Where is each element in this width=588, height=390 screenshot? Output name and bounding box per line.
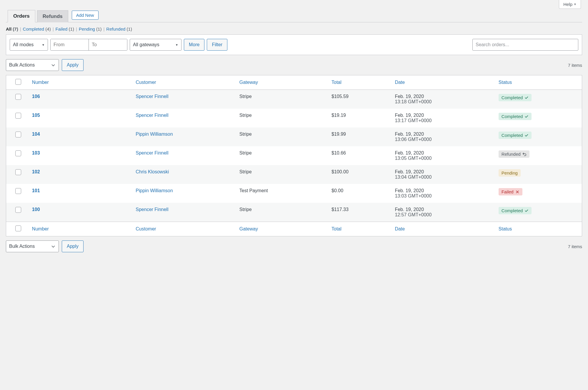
col-footer-number[interactable]: Number — [32, 226, 49, 231]
col-footer-customer[interactable]: Customer — [136, 226, 156, 231]
col-footer-status[interactable]: Status — [499, 226, 512, 231]
row-checkbox[interactable] — [15, 150, 21, 156]
select-all-checkbox-top[interactable] — [15, 79, 21, 85]
status-filter-count: (7) — [13, 26, 18, 31]
table-row: 104Pippin WilliamsonStripe$19.99Feb. 19,… — [6, 127, 582, 146]
status-filter-failed[interactable]: Failed (1) — [56, 26, 74, 31]
table-row: 105Spencer FinnellStripe$19.19Feb. 19, 2… — [6, 109, 582, 127]
check-icon — [524, 209, 529, 213]
modes-select[interactable]: All modes ▼ — [10, 39, 48, 51]
help-label: Help — [563, 2, 572, 7]
date-from-input[interactable] — [51, 39, 89, 50]
apply-button-top[interactable]: Apply — [62, 59, 84, 71]
col-header-number[interactable]: Number — [32, 80, 49, 85]
tab-orders[interactable]: Orders — [8, 10, 35, 22]
status-filter-link[interactable]: Pending — [79, 26, 96, 31]
order-number-link[interactable]: 105 — [32, 113, 40, 118]
filter-bar: All modes ▼ All gateways ▼ More Filter — [6, 34, 582, 55]
status-filter-all[interactable]: All (7) — [6, 26, 18, 31]
date-cell: Feb. 19, 202013:04 GMT+0000 — [392, 165, 495, 184]
date-cell: Feb. 19, 202013:06 GMT+0000 — [392, 127, 495, 146]
filter-button[interactable]: Filter — [207, 39, 227, 51]
gateway-cell: Stripe — [236, 127, 329, 146]
gateway-cell: Stripe — [236, 165, 329, 184]
check-icon — [524, 96, 529, 100]
bulk-actions-select-bottom[interactable]: Bulk Actions — [6, 240, 59, 252]
col-header-date[interactable]: Date — [395, 80, 405, 85]
select-all-checkbox-bottom[interactable] — [15, 225, 21, 231]
status-filter-count: (4) — [45, 26, 51, 31]
status-badge: Failed — [499, 188, 522, 195]
status-filter-count: (1) — [96, 26, 101, 31]
customer-link[interactable]: Spencer Finnell — [136, 207, 168, 212]
row-checkbox[interactable] — [15, 132, 21, 137]
order-number-link[interactable]: 106 — [32, 94, 40, 99]
customer-link[interactable]: Spencer Finnell — [136, 113, 168, 118]
order-number-link[interactable]: 101 — [32, 188, 40, 193]
date-cell: Feb. 19, 202012:57 GMT+0000 — [392, 203, 495, 222]
col-footer-gateway[interactable]: Gateway — [239, 226, 258, 231]
tab-refunds[interactable]: Refunds — [37, 10, 68, 22]
status-filter-link[interactable]: Refunded — [106, 26, 126, 31]
status-filter-link[interactable]: Completed — [23, 26, 46, 31]
col-header-status[interactable]: Status — [499, 80, 512, 85]
search-input[interactable] — [472, 39, 578, 51]
col-header-gateway[interactable]: Gateway — [239, 80, 258, 85]
status-badge: Completed — [499, 113, 532, 120]
customer-link[interactable]: Pippin Williamson — [136, 188, 173, 193]
row-checkbox[interactable] — [15, 113, 21, 119]
status-filter-pending[interactable]: Pending (1) — [79, 26, 102, 31]
row-checkbox[interactable] — [15, 188, 21, 194]
status-filter-link[interactable]: Failed — [56, 26, 69, 31]
col-footer-total[interactable]: Total — [332, 226, 342, 231]
status-badge: Completed — [499, 207, 532, 214]
gateway-cell: Stripe — [236, 109, 329, 127]
apply-button-bottom[interactable]: Apply — [62, 240, 84, 252]
status-badge: Refunded — [499, 150, 529, 158]
bulk-actions-select-top[interactable]: Bulk Actions — [6, 59, 59, 71]
col-header-total[interactable]: Total — [332, 80, 342, 85]
order-number-link[interactable]: 103 — [32, 150, 40, 155]
order-number-link[interactable]: 102 — [32, 169, 40, 174]
customer-link[interactable]: Pippin Williamson — [136, 132, 173, 137]
date-to-input[interactable] — [89, 39, 127, 50]
date-cell: Feb. 19, 202013:03 GMT+0000 — [392, 184, 495, 203]
check-icon — [524, 114, 529, 119]
gateways-select[interactable]: All gateways ▼ — [130, 39, 181, 51]
date-range-group — [50, 39, 127, 51]
table-row: 106Spencer FinnellStripe$105.59Feb. 19, … — [6, 90, 582, 109]
chevron-down-icon: ▼ — [175, 43, 178, 47]
row-checkbox[interactable] — [15, 169, 21, 175]
order-number-link[interactable]: 104 — [32, 132, 40, 137]
chevron-down-icon — [51, 244, 56, 249]
orders-table: Number Customer Gateway Total Date Statu… — [6, 75, 582, 236]
row-checkbox[interactable] — [15, 207, 21, 213]
total-cell: $0.00 — [329, 184, 392, 203]
more-button[interactable]: More — [184, 39, 204, 51]
total-cell: $117.33 — [329, 203, 392, 222]
customer-link[interactable]: Spencer Finnell — [136, 150, 168, 155]
order-number-link[interactable]: 100 — [32, 207, 40, 212]
customer-link[interactable]: Spencer Finnell — [136, 94, 168, 99]
status-filter-completed[interactable]: Completed (4) — [23, 26, 51, 31]
gateway-cell: Stripe — [236, 146, 329, 165]
total-cell: $10.66 — [329, 146, 392, 165]
nav-tabs: Orders Refunds Add New — [6, 10, 582, 22]
chevron-down-icon: ▼ — [42, 43, 45, 47]
status-filter-count: (1) — [69, 26, 74, 31]
status-filter-link[interactable]: All — [6, 26, 13, 31]
status-filter-refunded[interactable]: Refunded (1) — [106, 26, 132, 31]
row-checkbox[interactable] — [15, 94, 21, 100]
date-cell: Feb. 19, 202013:05 GMT+0000 — [392, 146, 495, 165]
tablenav-bottom: Bulk Actions Apply 7 items — [6, 240, 582, 252]
col-footer-date[interactable]: Date — [395, 226, 405, 231]
status-badge: Pending — [499, 169, 521, 177]
help-tab[interactable]: Help ▼ — [559, 0, 581, 9]
customer-link[interactable]: Chris Klosowski — [136, 169, 169, 174]
total-cell: $19.99 — [329, 127, 392, 146]
status-filter-links: All (7)|Completed (4)|Failed (1)|Pending… — [6, 26, 582, 31]
add-new-button[interactable]: Add New — [72, 11, 99, 20]
modes-select-label: All modes — [13, 42, 34, 47]
gateways-select-label: All gateways — [133, 42, 159, 47]
col-header-customer[interactable]: Customer — [136, 80, 156, 85]
